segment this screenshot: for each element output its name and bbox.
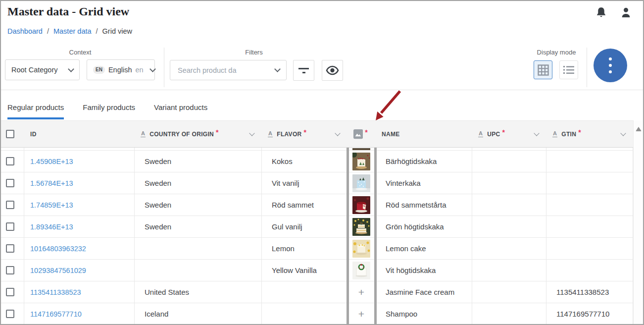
row-select-cell[interactable] [1,281,24,303]
row-checkbox[interactable] [6,244,14,253]
row-checkbox[interactable] [6,310,14,318]
cell-upc[interactable] [472,194,546,216]
cell-image[interactable] [347,151,376,172]
row-checkbox[interactable] [6,288,14,296]
cell-image[interactable] [347,194,376,216]
row-checkbox[interactable] [6,179,14,187]
cell-flavor[interactable]: Vit vanilj [262,172,347,194]
cell-upc[interactable] [472,303,546,325]
cell-gtin[interactable]: 1135411338523 [546,281,633,303]
tab-variant-products[interactable]: Variant products [154,97,207,119]
cell-name[interactable]: Shampoo [376,303,472,325]
cell-image[interactable] [347,172,376,194]
cell-image[interactable] [347,260,376,281]
cell-flavor[interactable] [262,303,347,325]
cell-name[interactable]: Vinterkaka [376,172,472,194]
product-id-link[interactable]: 1.74859E+13 [30,201,73,209]
cell-upc[interactable] [472,172,546,194]
product-image-lemon-cake-photo[interactable] [352,240,370,258]
cell-image[interactable] [347,216,376,238]
cell-gtin[interactable] [546,172,633,194]
product-id-link[interactable]: 10164803963232 [30,245,86,253]
cell-flavor[interactable]: Lemon [262,238,347,260]
cell-image[interactable]: + [347,281,376,303]
cell-gtin[interactable]: 1147169577710 [546,303,633,325]
cell-country_of_origin[interactable] [135,238,262,260]
preview-button[interactable] [322,60,343,81]
cell-id[interactable]: 1135411338523 [24,281,135,303]
row-select-cell[interactable] [1,172,24,194]
cell-id[interactable]: 1147169577710 [24,303,135,325]
cell-country_of_origin[interactable]: United States [135,281,262,303]
cell-country_of_origin[interactable] [135,260,262,281]
notification-bell-icon[interactable] [595,6,607,21]
cell-id[interactable]: 10293847561029 [24,260,135,281]
cell-flavor[interactable] [262,281,347,303]
cell-name[interactable]: Bärhögtidskaka [376,151,472,172]
cell-gtin[interactable] [546,260,633,281]
row-checkbox[interactable] [6,157,14,165]
column-header-id[interactable]: ID [24,121,135,147]
row-select-cell[interactable] [1,260,24,281]
chevron-down-icon[interactable] [335,130,340,136]
vertical-scrollbar[interactable] [633,120,643,325]
row-select-cell[interactable] [1,151,24,172]
cell-flavor[interactable]: Gul vanilj [262,216,347,238]
language-dropdown[interactable]: EN English en [87,59,155,80]
cell-flavor[interactable]: Röd sammet [262,194,347,216]
row-checkbox[interactable] [6,201,14,209]
cell-flavor[interactable]: Yellow Vanilla [262,260,347,281]
breadcrumb-dashboard[interactable]: Dashboard [7,27,43,35]
cell-country_of_origin[interactable]: Sweden [135,216,262,238]
cell-gtin[interactable] [546,194,633,216]
product-image-winter-cake-photo[interactable] [352,174,370,192]
display-mode-list-button[interactable] [559,60,578,79]
chevron-down-icon[interactable] [620,130,626,136]
row-select-cell[interactable] [1,216,24,238]
actions-fab-button[interactable] [594,49,627,82]
search-filter-dropdown[interactable] [170,60,287,80]
product-id-link[interactable]: 10293847561029 [30,267,86,274]
filter-button[interactable] [293,60,314,81]
cell-gtin[interactable] [546,216,633,238]
cell-upc[interactable] [472,281,546,303]
row-select-cell[interactable] [1,303,24,325]
cell-id[interactable]: 1.56784E+13 [24,172,135,194]
display-mode-grid-button[interactable] [534,60,552,79]
select-all-checkbox[interactable] [6,130,14,138]
add-image-plus-icon[interactable]: + [358,287,364,297]
cell-name[interactable]: Grön högtidskaka [376,216,472,238]
column-header-upc[interactable]: AUPC* [472,121,546,147]
cell-country_of_origin[interactable]: Sweden [135,194,262,216]
cell-image[interactable] [347,238,376,260]
cell-id[interactable]: 1.89346E+13 [24,216,135,238]
row-select-cell[interactable] [1,238,24,260]
product-id-link[interactable]: 1.89346E+13 [30,223,73,231]
cell-id[interactable]: 1.74859E+13 [24,194,135,216]
column-header-gtin[interactable]: AGTIN* [546,121,633,147]
cell-country_of_origin[interactable]: Iceland [135,303,262,325]
cell-image[interactable]: + [347,303,376,325]
product-image-berry-holiday-cake-photo[interactable] [352,153,370,170]
cell-id[interactable]: 10164803963232 [24,238,135,260]
cell-country_of_origin[interactable]: Sweden [135,151,262,172]
row-checkbox[interactable] [6,222,14,231]
product-id-link[interactable]: 1.45908E+13 [30,158,73,165]
tab-regular-products[interactable]: Regular products [7,97,64,119]
product-id-link[interactable]: 1147169577710 [30,310,82,318]
row-checkbox[interactable] [6,266,14,274]
cell-name[interactable]: Jasmine Face cream [376,281,472,303]
cell-name[interactable]: Lemon cake [376,238,472,260]
product-id-link[interactable]: 1.56784E+13 [30,179,73,187]
column-header-name[interactable]: NAME [376,121,472,147]
category-dropdown[interactable]: Root Category [5,59,80,80]
column-header-image[interactable]: * [347,121,376,147]
cell-country_of_origin[interactable]: Sweden [135,172,262,194]
cell-upc[interactable] [472,238,546,260]
cell-upc[interactable] [472,151,546,172]
cell-flavor[interactable]: Kokos [262,151,347,172]
cell-name[interactable]: Röd sammetstårta [376,194,472,216]
product-image-red-velvet-cake-photo[interactable] [352,196,370,214]
scrollbar-up-icon[interactable] [636,127,642,131]
cell-upc[interactable] [472,260,546,281]
